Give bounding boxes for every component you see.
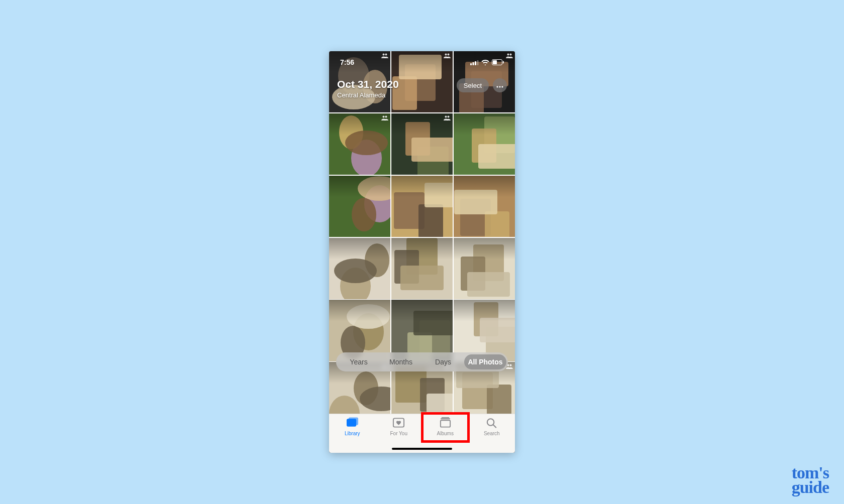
photo-thumbnail[interactable] [391, 113, 453, 175]
svg-point-12 [445, 53, 447, 55]
segment-months[interactable]: Months [380, 354, 422, 369]
svg-point-16 [383, 115, 385, 117]
header-date: Oct 31, 2020 [337, 78, 399, 90]
tab-label: Search [484, 431, 500, 436]
svg-point-13 [448, 53, 450, 55]
header-location: Central Alameda [337, 91, 399, 99]
segment-days[interactable]: Days [422, 354, 464, 369]
library-header: Oct 31, 2020 Central Alameda Select [329, 78, 515, 99]
photo-thumbnail[interactable] [329, 113, 390, 175]
watermark: tom's guide [775, 466, 829, 495]
svg-point-9 [501, 86, 503, 87]
segment-years[interactable]: Years [338, 354, 380, 369]
phone-frame: 7:56 Oct 31, 2020 Central Alameda Sele [329, 51, 515, 453]
svg-line-33 [493, 425, 496, 427]
select-button[interactable]: Select [457, 78, 489, 92]
ellipsis-icon [496, 81, 503, 89]
tab-search[interactable]: Search [469, 414, 515, 453]
people-icon [506, 53, 513, 59]
photo-grid-area: 7:56 Oct 31, 2020 Central Alameda Sele [329, 51, 515, 414]
people-icon [444, 115, 451, 121]
tab-albums[interactable]: Albums [422, 414, 469, 453]
svg-point-7 [496, 86, 498, 87]
svg-point-15 [510, 53, 512, 55]
search-icon [485, 417, 498, 429]
svg-point-25 [510, 364, 512, 366]
tab-library[interactable]: Library [329, 414, 376, 453]
people-icon [381, 53, 388, 59]
svg-rect-29 [441, 420, 450, 427]
svg-point-19 [448, 115, 450, 117]
svg-point-17 [385, 115, 387, 117]
photo-thumbnail[interactable] [391, 176, 453, 237]
svg-point-8 [499, 86, 500, 87]
for-you-icon [392, 417, 405, 429]
header-actions: Select [457, 78, 507, 92]
home-indicator [392, 448, 452, 450]
photo-thumbnail[interactable] [329, 176, 390, 237]
header-text: Oct 31, 2020 Central Alameda [337, 78, 399, 99]
svg-point-11 [385, 53, 387, 55]
svg-point-14 [507, 53, 509, 55]
tab-label: Albums [437, 431, 454, 436]
watermark-line2: guide [775, 480, 829, 495]
photo-thumbnail[interactable] [391, 238, 453, 299]
more-button[interactable] [493, 78, 507, 92]
svg-point-18 [445, 115, 447, 117]
photo-thumbnail[interactable] [454, 113, 515, 175]
photo-thumbnail[interactable] [454, 176, 515, 237]
albums-icon [439, 417, 452, 429]
tab-for-you[interactable]: For You [376, 414, 423, 453]
svg-point-10 [383, 53, 385, 55]
people-icon [381, 115, 388, 121]
view-segmented-control[interactable]: YearsMonthsDaysAll Photos [336, 352, 508, 371]
tab-bar: LibraryFor YouAlbumsSearch [329, 414, 515, 453]
library-icon [346, 417, 359, 429]
segment-all-photos[interactable]: All Photos [464, 354, 506, 369]
photo-thumbnail[interactable] [454, 238, 515, 299]
tab-label: Library [345, 431, 360, 436]
people-icon [444, 53, 451, 59]
svg-rect-27 [349, 417, 358, 425]
photo-thumbnail[interactable] [329, 238, 390, 299]
tab-label: For You [390, 431, 407, 436]
